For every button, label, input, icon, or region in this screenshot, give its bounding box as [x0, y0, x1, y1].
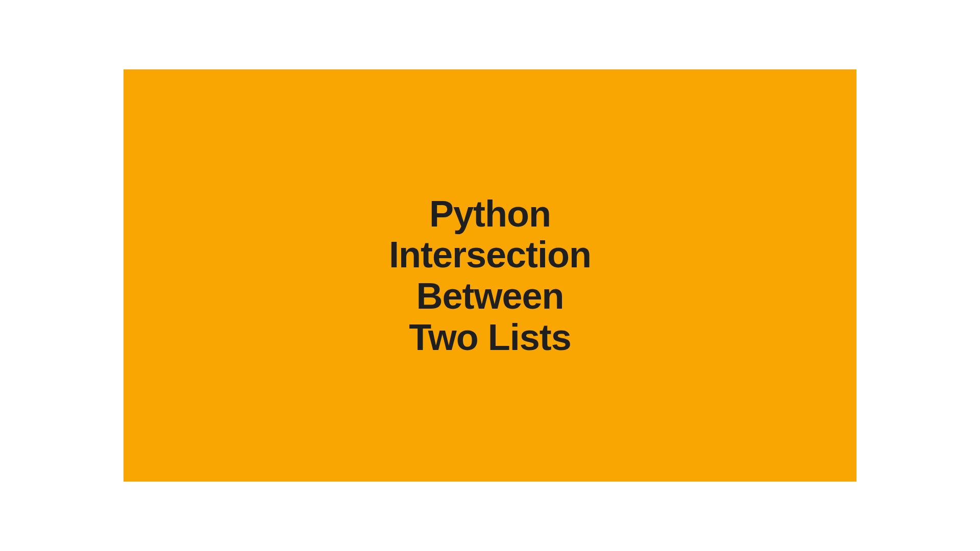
- title-line-3: Between: [389, 276, 591, 317]
- cover-title: Python Intersection Between Two Lists: [389, 193, 591, 358]
- title-line-1: Python: [389, 193, 591, 235]
- cover-card: Python Intersection Between Two Lists: [124, 69, 856, 482]
- title-line-4: Two Lists: [389, 317, 591, 358]
- title-line-2: Intersection: [389, 234, 591, 276]
